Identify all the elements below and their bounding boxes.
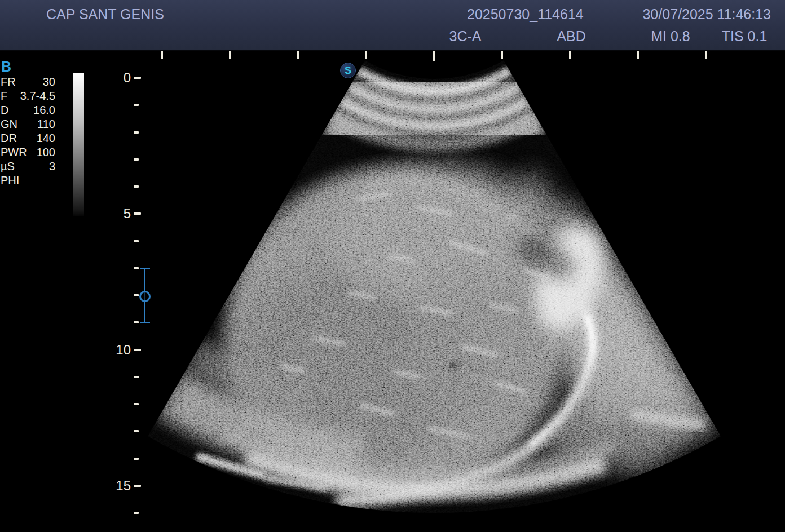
depth-tick [134, 294, 139, 296]
depth-label-0: 0 [105, 70, 131, 86]
param-row-d: D 16.0 [1, 103, 55, 117]
param-row-gn: GN 110 [1, 117, 55, 131]
top-tick [161, 51, 163, 59]
param-row-pwr: PWR 100 [1, 145, 55, 159]
param-label: FR [1, 75, 16, 89]
focus-marker-handle[interactable] [139, 291, 151, 302]
param-label: D [1, 103, 8, 117]
exam-id: 20250730_114614 [467, 6, 583, 23]
depth-label-10: 10 [105, 342, 131, 358]
param-row-f: F 3.7-4.5 [1, 89, 55, 103]
param-value: 3 [49, 159, 55, 174]
datetime: 30/07/2025 11:46:13 [632, 6, 771, 23]
param-value: 16.0 [33, 103, 55, 117]
depth-tick [134, 430, 139, 432]
facility-name: CAP SANT GENIS [46, 6, 164, 23]
depth-tick [134, 321, 139, 323]
depth-tick [134, 485, 141, 487]
top-tick [569, 51, 571, 59]
param-value: 100 [37, 145, 55, 159]
top-tick [229, 51, 231, 59]
mode-indicator: B [1, 59, 11, 75]
depth-tick [134, 376, 139, 378]
depth-tick [134, 77, 141, 79]
depth-tick [134, 158, 139, 161]
param-row-us: µS 3 [1, 159, 55, 174]
top-tick [501, 51, 503, 59]
depth-tick [134, 104, 139, 106]
param-value: 140 [37, 131, 55, 145]
param-label: PWR [1, 145, 27, 159]
exam-preset: ABD [543, 28, 599, 45]
depth-tick [134, 403, 139, 405]
param-value: 110 [37, 117, 55, 131]
thermal-index: TIS 0.1 [715, 28, 774, 45]
top-tick-center [433, 51, 435, 61]
depth-tick [134, 240, 139, 242]
grayscale-bar [73, 73, 84, 216]
param-row-fr: FR 30 [1, 75, 55, 89]
depth-tick [134, 267, 139, 269]
param-label: µS [1, 159, 15, 174]
parameter-panel: FR 30 F 3.7-4.5 D 16.0 GN 110 DR 140 PWR… [1, 75, 55, 188]
depth-tick [134, 458, 139, 460]
depth-tick [134, 512, 139, 514]
param-value: 30 [43, 75, 55, 89]
depth-tick [134, 185, 139, 188]
depth-label-5: 5 [105, 206, 131, 221]
ultrasound-screen: CAP SANT GENIS 20250730_114614 30/07/202… [0, 0, 785, 532]
depth-tick [134, 349, 141, 351]
top-tick [297, 51, 299, 59]
top-tick [365, 51, 367, 59]
top-tick [705, 51, 707, 59]
depth-tick [134, 212, 141, 215]
probe-orientation-marker: S [340, 63, 356, 78]
focus-marker-top-cap [140, 268, 150, 269]
depth-label-15: 15 [105, 478, 131, 494]
param-row-dr: DR 140 [1, 131, 55, 145]
transducer-name: 3C-A [437, 28, 493, 45]
param-label: DR [1, 131, 17, 145]
header-bar: CAP SANT GENIS 20250730_114614 30/07/202… [0, 0, 785, 51]
param-value: 3.7-4.5 [20, 89, 55, 103]
param-row-phi: PHI [1, 174, 55, 188]
param-label: GN [1, 117, 17, 131]
focus-marker-bottom-cap [140, 322, 150, 323]
mechanical-index: MI 0.8 [642, 28, 699, 45]
focus-marker[interactable] [139, 268, 151, 324]
top-tick [637, 51, 639, 59]
param-label: PHI [1, 174, 19, 188]
depth-tick [134, 131, 139, 134]
param-label: F [1, 89, 7, 103]
